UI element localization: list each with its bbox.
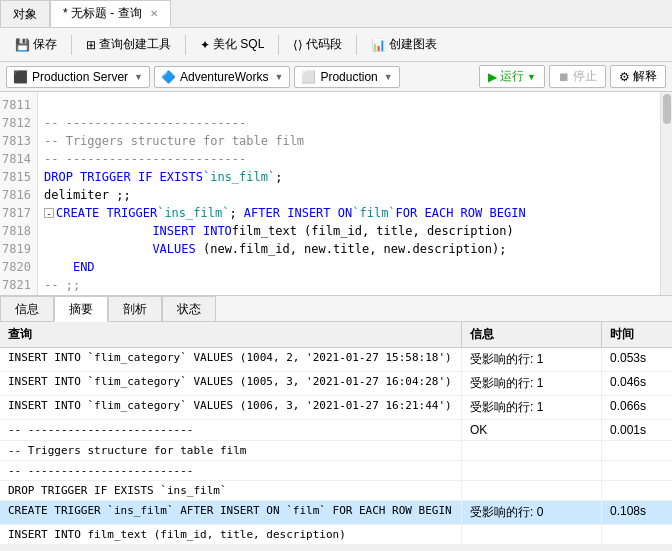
toolbar: 💾 保存 ⊞ 查询创建工具 ✦ 美化 SQL ⟨⟩ 代码段 📊 创建图表 — [0, 28, 672, 62]
close-icon[interactable]: ✕ — [150, 8, 158, 19]
line-num: 7815 — [0, 168, 37, 186]
result-query-cell: CREATE TRIGGER `ins_film` AFTER INSERT O… — [0, 501, 462, 524]
line-num: 7820 — [0, 258, 37, 276]
schema-dropdown[interactable]: ⬜ Production ▼ — [294, 66, 399, 88]
code-line: delimiter ; — [44, 294, 654, 295]
result-time-cell — [602, 461, 672, 480]
code-line: VALUES (new.film_id, new.title, new.desc… — [44, 240, 654, 258]
query-create-icon: ⊞ — [86, 38, 96, 52]
result-time-cell: 0.053s — [602, 348, 672, 371]
line-num: 7817 — [0, 204, 37, 222]
table-row[interactable]: DROP TRIGGER IF EXISTS `ins_film` — [0, 481, 672, 501]
result-info-cell: OK — [462, 420, 602, 440]
save-icon: 💾 — [15, 38, 30, 52]
line-num: 7818 — [0, 222, 37, 240]
result-time-cell — [602, 481, 672, 500]
collapse-icon[interactable]: - — [44, 208, 54, 218]
line-num: 7822 — [0, 294, 37, 295]
line-num: 7813 — [0, 132, 37, 150]
separator — [185, 35, 186, 55]
create-chart-button[interactable]: 📊 创建图表 — [362, 32, 446, 57]
result-info-cell: 受影响的行: 1 — [462, 372, 602, 395]
tab-profile[interactable]: 剖析 — [108, 296, 162, 321]
result-query-cell: -- ------------------------- — [0, 420, 462, 440]
result-query-cell: INSERT INTO `flim_category` VALUES (1004… — [0, 348, 462, 371]
code-line: -- ------------------------- — [44, 150, 654, 168]
table-row[interactable]: INSERT INTO film_text (film_id, title, d… — [0, 525, 672, 545]
result-query-cell: INSERT INTO `flim_category` VALUES (1005… — [0, 372, 462, 395]
stop-button[interactable]: ⏹ 停止 — [549, 65, 606, 88]
bottom-tab-bar: 信息 摘要 剖析 状态 — [0, 296, 672, 322]
tab-query-label: * 无标题 - 查询 — [63, 5, 142, 22]
result-info-cell — [462, 441, 602, 460]
result-query-cell: INSERT INTO `flim_category` VALUES (1006… — [0, 396, 462, 419]
line-num: 7812 — [0, 114, 37, 132]
tab-query[interactable]: * 无标题 - 查询 ✕ — [50, 0, 171, 27]
chevron-down-icon: ▼ — [134, 72, 143, 82]
col-query-header: 查询 — [0, 322, 462, 347]
result-time-cell: 0.046s — [602, 372, 672, 395]
run-button[interactable]: ▶ 运行 ▼ — [479, 65, 545, 88]
beautify-button[interactable]: ✦ 美化 SQL — [191, 32, 273, 57]
chart-icon: 📊 — [371, 38, 386, 52]
table-row[interactable]: -- ------------------------- — [0, 461, 672, 481]
results-body: INSERT INTO `flim_category` VALUES (1004… — [0, 348, 672, 545]
result-time-cell — [602, 441, 672, 460]
tab-object-label: 对象 — [13, 6, 37, 23]
result-info-cell: 受影响的行: 0 — [462, 501, 602, 524]
result-time-cell: 0.108s — [602, 501, 672, 524]
connection-bar: ⬛ Production Server ▼ 🔷 AdventureWorks ▼… — [0, 62, 672, 92]
code-icon: ⟨⟩ — [293, 38, 303, 52]
table-row[interactable]: -- -------------------------OK0.001s — [0, 420, 672, 441]
code-line: DROP TRIGGER IF EXISTS `ins_film`; — [44, 168, 654, 186]
table-row[interactable]: CREATE TRIGGER `ins_film` AFTER INSERT O… — [0, 501, 672, 525]
tab-info[interactable]: 信息 — [0, 296, 54, 321]
explain-button[interactable]: ⚙ 解释 — [610, 65, 666, 88]
code-line: -- Triggers structure for table film — [44, 132, 654, 150]
tab-summary[interactable]: 摘要 — [54, 296, 108, 322]
vertical-scrollbar[interactable] — [660, 92, 672, 295]
table-row[interactable]: -- Triggers structure for table film — [0, 441, 672, 461]
col-time-header: 时间 — [602, 322, 672, 347]
schema-icon: ⬜ — [301, 70, 316, 84]
chevron-down-icon: ▼ — [274, 72, 283, 82]
code-line: -- ------------------------- — [44, 114, 654, 132]
result-time-cell — [602, 525, 672, 544]
query-create-button[interactable]: ⊞ 查询创建工具 — [77, 32, 180, 57]
line-numbers: 7811 7812 7813 7814 7815 7816 7817 7818 … — [0, 92, 38, 295]
code-line: -- ;; — [44, 276, 654, 294]
tab-status[interactable]: 状态 — [162, 296, 216, 321]
database-dropdown[interactable]: 🔷 AdventureWorks ▼ — [154, 66, 290, 88]
code-content[interactable]: -- ------------------------- -- Triggers… — [38, 92, 660, 295]
code-segment-button[interactable]: ⟨⟩ 代码段 — [284, 32, 351, 57]
explain-icon: ⚙ — [619, 70, 630, 84]
run-icon: ▶ — [488, 70, 497, 84]
code-line: - CREATE TRIGGER `ins_film`; AFTER INSER… — [44, 204, 654, 222]
code-line — [44, 96, 654, 114]
server-dropdown[interactable]: ⬛ Production Server ▼ — [6, 66, 150, 88]
table-row[interactable]: INSERT INTO `flim_category` VALUES (1005… — [0, 372, 672, 396]
chevron-down-icon: ▼ — [384, 72, 393, 82]
result-query-cell: -- ------------------------- — [0, 461, 462, 480]
result-time-cell: 0.001s — [602, 420, 672, 440]
line-num: 7811 — [0, 96, 37, 114]
result-query-cell: INSERT INTO film_text (film_id, title, d… — [0, 525, 462, 544]
separator — [356, 35, 357, 55]
result-info-cell — [462, 481, 602, 500]
line-num: 7816 — [0, 186, 37, 204]
run-dropdown-icon: ▼ — [527, 72, 536, 82]
code-editor[interactable]: 7811 7812 7813 7814 7815 7816 7817 7818 … — [0, 92, 672, 296]
tab-object[interactable]: 对象 — [0, 0, 50, 27]
separator — [278, 35, 279, 55]
results-panel: 查询 信息 时间 INSERT INTO `flim_category` VAL… — [0, 322, 672, 545]
line-num: 7819 — [0, 240, 37, 258]
separator — [71, 35, 72, 55]
save-button[interactable]: 💾 保存 — [6, 32, 66, 57]
result-info-cell — [462, 525, 602, 544]
server-icon: ⬛ — [13, 70, 28, 84]
scrollbar-thumb[interactable] — [663, 94, 671, 124]
database-icon: 🔷 — [161, 70, 176, 84]
table-row[interactable]: INSERT INTO `flim_category` VALUES (1006… — [0, 396, 672, 420]
beautify-icon: ✦ — [200, 38, 210, 52]
table-row[interactable]: INSERT INTO `flim_category` VALUES (1004… — [0, 348, 672, 372]
